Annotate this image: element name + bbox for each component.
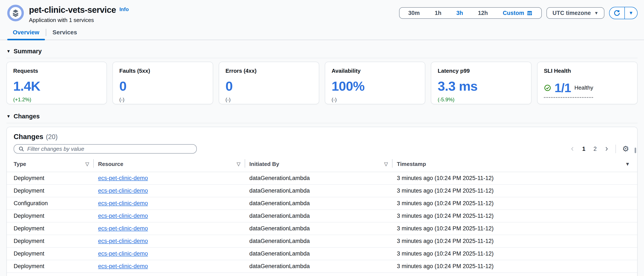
resource-link[interactable]: ecs-pet-clinic-demo: [98, 213, 148, 219]
type-cell: Deployment: [7, 185, 94, 197]
availability-value: 100%: [332, 78, 418, 94]
table-row: Deployment ecs-pet-clinic-demo dataGener…: [7, 185, 637, 197]
time-range-1h[interactable]: 1h: [427, 10, 449, 17]
errors-value: 0: [226, 78, 312, 94]
tab-divider: [46, 29, 46, 36]
chevron-left-icon: [570, 146, 575, 152]
initiated-by-cell: dataGenerationLambda: [245, 260, 393, 272]
sli-health-popover-trigger[interactable]: 1/1 Healthy: [544, 81, 593, 98]
layers-icon: [11, 9, 20, 18]
changes-panel-title: Changes: [14, 133, 43, 141]
column-header-type: Type ▽: [7, 158, 94, 172]
card-title: Faults (5xx): [119, 68, 206, 74]
resource-filter-icon[interactable]: ▽: [236, 161, 240, 167]
type-cell: Deployment: [7, 260, 94, 272]
application-logo: [7, 5, 24, 21]
type-cell: Deployment: [7, 222, 94, 235]
time-range-30m[interactable]: 30m: [401, 10, 427, 17]
type-cell: Deployment: [7, 272, 94, 276]
refresh-split-button: ▼: [609, 7, 638, 19]
chevron-right-icon: [604, 146, 609, 152]
resource-link[interactable]: ecs-pet-clinic-demo: [98, 250, 148, 257]
timestamp-cell: 3 minutes ago (10:24 PM 2025-11-12): [392, 247, 637, 260]
changes-panel: Changes (20) 1: [6, 127, 638, 276]
changes-section-toggle[interactable]: ▼ Changes: [6, 113, 638, 123]
refresh-options-button[interactable]: ▼: [624, 7, 637, 19]
table-row: Deployment ecs-pet-clinic-demo dataGener…: [7, 210, 637, 222]
page-1-button[interactable]: 1: [582, 146, 586, 152]
time-range-custom[interactable]: Custom: [495, 10, 540, 17]
title-block: pet-clinic-vets-service Info Application…: [29, 5, 129, 24]
resource-link[interactable]: ecs-pet-clinic-demo: [98, 200, 148, 206]
search-icon: [18, 146, 24, 152]
check-circle-icon: [544, 84, 551, 91]
time-range-12h[interactable]: 12h: [470, 10, 495, 17]
resource-link[interactable]: ecs-pet-clinic-demo: [98, 263, 148, 269]
summary-cards: Requests 1.4K (+1.2%) Faults (5xx) 0 (-)…: [6, 62, 638, 104]
errors-trend: (-): [226, 97, 312, 103]
main-content: ▼ Summary Requests 1.4K (+1.2%) Faults (…: [0, 48, 644, 276]
timestamp-cell: 3 minutes ago (10:24 PM 2025-11-12): [392, 272, 637, 276]
card-title: Requests: [13, 68, 100, 74]
table-row: Deployment ecs-pet-clinic-demo dataGener…: [7, 172, 637, 185]
sli-health-card: SLI Health 1/1 Healthy: [537, 62, 638, 104]
initiated-by-cell: dataGenerationLambda: [245, 172, 393, 185]
tab-bar: Overview Services: [7, 27, 644, 40]
faults-trend: (-): [119, 97, 206, 103]
faults-card: Faults (5xx) 0 (-): [112, 62, 213, 104]
timestamp-cell: 3 minutes ago (10:24 PM 2025-11-12): [392, 197, 637, 210]
table-row: Deployment ecs-pet-clinic-demo dataGener…: [7, 222, 637, 235]
requests-card: Requests 1.4K (+1.2%): [6, 62, 107, 104]
page-2-button[interactable]: 2: [593, 146, 598, 152]
column-label: Resource: [98, 161, 123, 167]
latency-trend: (-5.9%): [438, 97, 524, 103]
table-toolbar-right: 1 2 ⚙: [570, 145, 630, 153]
caret-down-icon: ▼: [6, 114, 11, 119]
refresh-button[interactable]: [610, 7, 624, 19]
table-scrollbar-thumb[interactable]: [635, 148, 636, 153]
time-range-control: 30m 1h 3h 12h Custom: [399, 7, 542, 19]
gear-icon[interactable]: ⚙: [622, 145, 629, 153]
timestamp-cell: 3 minutes ago (10:24 PM 2025-11-12): [392, 172, 637, 185]
page-title: pet-clinic-vets-service: [29, 5, 116, 15]
next-page-button[interactable]: [604, 146, 609, 152]
calendar-grid-icon: [527, 10, 532, 16]
tab-overview[interactable]: Overview: [7, 27, 45, 40]
table-row: Deployment ecs-pet-clinic-demo dataGener…: [7, 235, 637, 247]
type-filter-icon[interactable]: ▽: [86, 161, 89, 167]
table-row: Configuration ecs-pet-clinic-demo dataGe…: [7, 197, 637, 210]
requests-value: 1.4K: [13, 78, 100, 94]
changes-count-badge: (20): [46, 133, 58, 141]
timestamp-filter-icon[interactable]: ▼: [625, 161, 630, 167]
resource-link[interactable]: ecs-pet-clinic-demo: [98, 175, 148, 181]
resource-link[interactable]: ecs-pet-clinic-demo: [98, 238, 148, 244]
latency-card: Latency p99 3.3 ms (-5.9%): [431, 62, 531, 104]
table-row: Deployment ecs-pet-clinic-demo dataGener…: [7, 247, 637, 260]
card-title: Latency p99: [438, 68, 524, 74]
timezone-dropdown[interactable]: UTC timezone ▼: [546, 7, 604, 19]
resource-link[interactable]: ecs-pet-clinic-demo: [98, 188, 148, 194]
availability-card: Availability 100% (-): [325, 62, 425, 104]
time-range-3h[interactable]: 3h: [449, 10, 471, 17]
app-identity: pet-clinic-vets-service Info Application…: [7, 5, 129, 24]
header-controls: 30m 1h 3h 12h Custom UTC timezone ▼: [399, 7, 638, 19]
type-cell: Configuration: [7, 197, 94, 210]
initiated-by-cell: dataGenerationLambda: [245, 222, 393, 235]
changes-section-title: Changes: [14, 113, 40, 120]
timestamp-cell: 3 minutes ago (10:24 PM 2025-11-12): [392, 222, 637, 235]
summary-section-toggle[interactable]: ▼ Summary: [6, 48, 638, 58]
timestamp-cell: 3 minutes ago (10:24 PM 2025-11-12): [392, 260, 637, 272]
custom-range-label: Custom: [503, 10, 524, 17]
tab-services[interactable]: Services: [47, 27, 83, 40]
previous-page-button[interactable]: [570, 146, 575, 152]
toolbar-divider: [616, 145, 616, 153]
resource-link[interactable]: ecs-pet-clinic-demo: [98, 225, 148, 232]
table-row: Deployment ecs-pet-clinic-demo dataGener…: [7, 272, 637, 276]
column-header-initiated-by: Initiated By ▽: [245, 158, 393, 172]
info-link[interactable]: Info: [120, 7, 129, 12]
initiated-by-cell: dataGenerationLambda: [245, 272, 393, 276]
initiated-by-filter-icon[interactable]: ▽: [384, 161, 388, 167]
caret-down-icon: ▼: [6, 49, 11, 54]
filter-changes-input[interactable]: [27, 146, 192, 152]
requests-trend: (+1.2%): [13, 97, 100, 103]
